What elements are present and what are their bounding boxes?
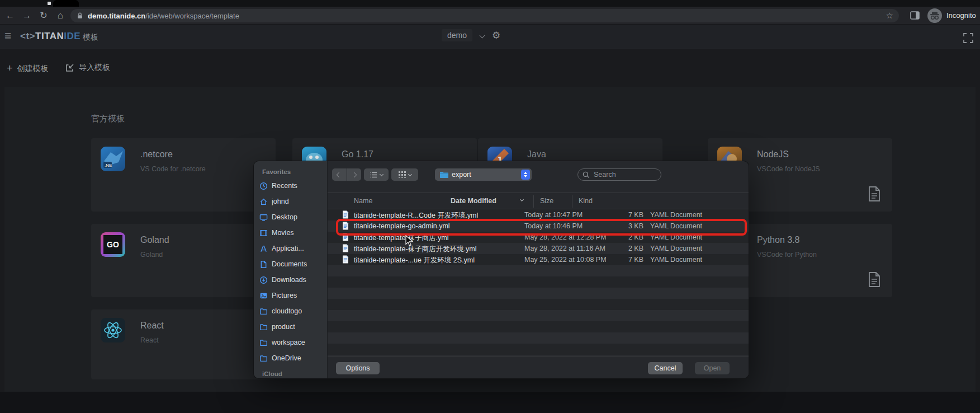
chevron-down-icon [408, 172, 411, 176]
card-subtitle: VS Code for .netcore [140, 165, 206, 173]
list-view-dropdown[interactable] [364, 168, 389, 181]
chevron-down-icon [379, 172, 383, 176]
file-row[interactable]: titanide-template-...ue 开发环境 2S.yml May … [328, 254, 749, 265]
location-stepper[interactable] [521, 170, 530, 180]
card-title: React [140, 321, 164, 331]
desktop-icon [259, 213, 268, 222]
side-panel-icon[interactable] [910, 11, 920, 20]
folder-icon [259, 307, 268, 316]
fullscreen-icon[interactable] [963, 32, 974, 44]
bookmark-star-icon[interactable]: ☆ [886, 11, 893, 21]
create-template-button[interactable]: + 创建模板 [7, 63, 49, 74]
logo-titan: TITAN [35, 31, 64, 41]
film-icon [259, 229, 268, 237]
sidebar-item-label: Downloads [272, 276, 306, 284]
group-view-dropdown[interactable] [391, 168, 418, 181]
sidebar-item-onedrive[interactable]: OneDrive [259, 353, 325, 364]
template-card-goland[interactable]: GO Goland Goland [91, 224, 276, 297]
template-card-netcore[interactable]: .NE .netcore VS Code for .netcore [91, 138, 276, 212]
import-icon [65, 63, 74, 73]
section-title: 官方模板 [91, 114, 125, 124]
dialog-nav-group [332, 168, 361, 181]
sidebar-item-label: OneDrive [272, 354, 301, 362]
sort-chevron-icon [520, 198, 524, 201]
file-row[interactable]: titanide-template-袜子商店开发环境.yml May 28, 2… [328, 243, 749, 254]
incognito-label: Incognito [946, 11, 976, 20]
sidebar-item-downloads[interactable]: Downloads [259, 274, 325, 285]
url-text: demo.titanide.cn/ide/web/workspace/templ… [88, 12, 239, 20]
sidebar-item-cloudtogo[interactable]: cloudtogo [259, 306, 325, 317]
dialog-forward-button[interactable] [347, 168, 362, 181]
search-field[interactable] [577, 168, 661, 181]
cancel-button[interactable]: Cancel [648, 362, 683, 374]
sidebar-item-johnd[interactable]: johnd [259, 196, 325, 207]
sidebar-item-applications[interactable]: Applicati... [259, 243, 325, 254]
file-kind: YAML Document [650, 245, 702, 252]
column-date-modified[interactable]: Date Modified [451, 197, 496, 205]
highlight-annotation [336, 219, 747, 236]
sidebar-item-pictures[interactable]: Pictures [259, 290, 325, 301]
folder-icon [439, 171, 448, 179]
location-dropdown[interactable]: export [435, 168, 532, 181]
home-icon [259, 198, 268, 206]
card-title: NodeJS [757, 149, 789, 159]
url-domain: demo.titanide.cn [88, 12, 145, 20]
grid-view-icon [399, 171, 406, 178]
column-kind[interactable]: Kind [579, 197, 593, 205]
sidebar-item-label: Applicati... [272, 245, 304, 252]
sidebar-item-documents[interactable]: Documents [259, 259, 325, 270]
address-bar[interactable]: demo.titanide.cn/ide/web/workspace/templ… [70, 9, 899, 22]
dialog-footer: Options Cancel Open [328, 356, 749, 379]
dialog-back-button[interactable] [332, 168, 347, 181]
location-value: export [452, 171, 518, 179]
yaml-file-icon [342, 210, 349, 219]
page-title: 模板 [83, 32, 98, 43]
chevron-down-icon[interactable] [480, 32, 485, 38]
yaml-file-icon [342, 255, 349, 264]
search-input[interactable] [593, 170, 651, 179]
search-icon [583, 171, 590, 179]
browser-home-icon[interactable]: ⌂ [54, 9, 67, 22]
image-icon [259, 292, 268, 300]
folder-icon [259, 323, 268, 331]
app-logo: <t>TITANIDE [20, 31, 81, 42]
gear-icon[interactable]: ⚙ [492, 30, 500, 41]
file-open-dialog: Favorites Recents johnd Desktop Movies A… [253, 161, 749, 379]
hamburger-menu-icon[interactable]: ≡ [4, 29, 11, 43]
download-icon [259, 276, 268, 284]
lock-icon [76, 12, 84, 20]
incognito-icon [927, 8, 942, 23]
template-file-icon[interactable] [868, 272, 880, 287]
browser-tab[interactable] [53, 0, 79, 7]
card-title: Python 3.8 [757, 235, 800, 245]
clock-icon [259, 182, 268, 190]
column-name[interactable]: Name [354, 197, 372, 205]
sidebar-item-label: Movies [272, 229, 294, 237]
card-subtitle: Goland [140, 251, 163, 259]
plus-icon: + [7, 63, 13, 74]
workspace-selector[interactable]: demo [442, 29, 472, 41]
sidebar-item-workspace[interactable]: workspace [259, 337, 325, 348]
import-template-button[interactable]: 导入模板 [65, 63, 110, 73]
applications-icon [259, 245, 268, 253]
sidebar-item-product[interactable]: product [259, 321, 325, 332]
template-card-react[interactable]: React React [91, 309, 276, 379]
sidebar-item-label: johnd [272, 198, 289, 205]
card-subtitle: VSCode for NodeJS [757, 165, 820, 173]
incognito-avatar[interactable] [927, 8, 942, 23]
browser-reload-icon[interactable]: ↻ [37, 9, 50, 22]
options-button[interactable]: Options [336, 362, 380, 374]
template-file-icon[interactable] [868, 186, 880, 201]
icloud-label: iCloud [262, 370, 282, 377]
sidebar-item-label: cloudtogo [272, 307, 302, 315]
column-size[interactable]: Size [540, 197, 553, 205]
browser-forward-icon[interactable]: → [20, 9, 34, 22]
sidebar-item-movies[interactable]: Movies [259, 227, 325, 238]
sidebar-item-recents[interactable]: Recents [259, 180, 325, 191]
open-button[interactable]: Open [695, 362, 730, 374]
file-kind: YAML Document [650, 211, 702, 219]
sidebar-item-desktop[interactable]: Desktop [259, 212, 325, 223]
browser-back-icon[interactable]: ← [3, 9, 17, 22]
logo-bracket: <t> [20, 31, 35, 41]
sidebar-item-label: product [272, 323, 295, 331]
